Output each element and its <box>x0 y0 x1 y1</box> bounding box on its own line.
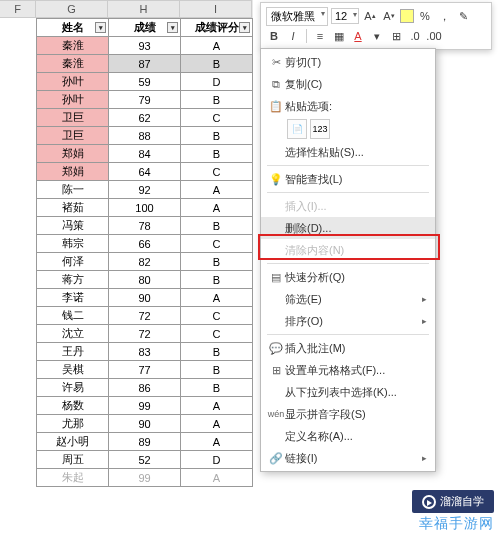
header-grade[interactable]: 成绩评分▾ <box>181 19 253 37</box>
cell[interactable]: B <box>181 145 253 163</box>
cell[interactable]: 钱二 <box>37 307 109 325</box>
menu-smart-lookup[interactable]: 💡智能查找(L) <box>261 168 435 190</box>
cell[interactable]: 秦淮 <box>37 55 109 73</box>
menu-pinyin[interactable]: wén显示拼音字段(S) <box>261 403 435 425</box>
cell[interactable]: 78 <box>109 217 181 235</box>
cell[interactable]: 86 <box>109 379 181 397</box>
table-row[interactable]: 杨数99A <box>37 397 253 415</box>
cell[interactable]: 72 <box>109 307 181 325</box>
cell[interactable]: C <box>181 235 253 253</box>
filter-icon[interactable]: ▾ <box>167 22 178 33</box>
header-score[interactable]: 成绩▾ <box>109 19 181 37</box>
mini-toolbar[interactable]: 微软雅黑 12 A▴ A▾ % ， ✎ B I ≡ ▦ A ▾ ⊞ .0 .00 <box>260 2 492 50</box>
cell[interactable]: 孙叶 <box>37 91 109 109</box>
bold-button[interactable]: B <box>266 28 282 44</box>
cell[interactable]: 褚茹 <box>37 199 109 217</box>
cell[interactable]: 韩宗 <box>37 235 109 253</box>
col-F[interactable]: F <box>0 0 36 18</box>
cell[interactable]: C <box>181 325 253 343</box>
table-row[interactable]: 王丹83B <box>37 343 253 361</box>
font-size-select[interactable]: 12 <box>331 8 359 24</box>
menu-dropdown-pick[interactable]: 从下拉列表中选择(K)... <box>261 381 435 403</box>
cell[interactable]: 赵小明 <box>37 433 109 451</box>
cell[interactable]: B <box>181 127 253 145</box>
cell[interactable]: A <box>181 415 253 433</box>
format-painter-icon[interactable]: ✎ <box>455 8 471 24</box>
cell[interactable]: 尤那 <box>37 415 109 433</box>
cell[interactable]: 64 <box>109 163 181 181</box>
table-row[interactable]: 褚茹100A <box>37 199 253 217</box>
table-row[interactable]: 卫巨62C <box>37 109 253 127</box>
cell[interactable]: 陈一 <box>37 181 109 199</box>
table-row[interactable]: 尤那90A <box>37 415 253 433</box>
context-menu[interactable]: ✂剪切(T) ⧉复制(C) 📋粘贴选项: 📄 123 选择性粘贴(S)... 💡… <box>260 48 436 472</box>
table-row[interactable]: 何泽82B <box>37 253 253 271</box>
cell[interactable]: 卫巨 <box>37 127 109 145</box>
cell[interactable]: 90 <box>109 289 181 307</box>
cell[interactable]: 72 <box>109 325 181 343</box>
table-row[interactable]: 钱二72C <box>37 307 253 325</box>
table-row[interactable]: 卫巨88B <box>37 127 253 145</box>
menu-delete[interactable]: 删除(D)... <box>261 217 435 239</box>
align-icon[interactable]: ≡ <box>312 28 328 44</box>
table-row[interactable]: 赵小明89A <box>37 433 253 451</box>
cell[interactable]: 84 <box>109 145 181 163</box>
table-row[interactable]: 李诺90A <box>37 289 253 307</box>
table-row[interactable]: 许易86B <box>37 379 253 397</box>
cell[interactable]: 杨数 <box>37 397 109 415</box>
cell[interactable]: 周五 <box>37 451 109 469</box>
cell[interactable]: A <box>181 289 253 307</box>
cell[interactable]: 82 <box>109 253 181 271</box>
cell[interactable]: 100 <box>109 199 181 217</box>
cell[interactable]: 83 <box>109 343 181 361</box>
cell[interactable]: 蒋方 <box>37 271 109 289</box>
fill-color-swatch[interactable] <box>400 9 414 23</box>
menu-format-cells[interactable]: ⊞设置单元格格式(F)... <box>261 359 435 381</box>
cell[interactable]: 52 <box>109 451 181 469</box>
cell[interactable]: 92 <box>109 181 181 199</box>
cell[interactable]: 90 <box>109 415 181 433</box>
table-row[interactable]: 吴棋77B <box>37 361 253 379</box>
cell[interactable]: A <box>181 469 253 487</box>
cell[interactable]: 99 <box>109 397 181 415</box>
table-row[interactable]: 郑娟64C <box>37 163 253 181</box>
cell[interactable]: C <box>181 307 253 325</box>
percent-icon[interactable]: % <box>417 8 433 24</box>
cell[interactable]: 66 <box>109 235 181 253</box>
cell[interactable]: 80 <box>109 271 181 289</box>
cell[interactable]: A <box>181 199 253 217</box>
menu-cut[interactable]: ✂剪切(T) <box>261 51 435 73</box>
cell[interactable]: 沈立 <box>37 325 109 343</box>
borders-icon[interactable]: ▦ <box>331 28 347 44</box>
cell[interactable]: 朱起 <box>37 469 109 487</box>
cell[interactable]: 89 <box>109 433 181 451</box>
cell[interactable]: C <box>181 163 253 181</box>
filter-icon[interactable]: ▾ <box>239 22 250 33</box>
paste-default-icon[interactable]: 📄 <box>287 119 307 139</box>
cell[interactable]: 王丹 <box>37 343 109 361</box>
cell[interactable]: B <box>181 361 253 379</box>
cell[interactable]: 郑娟 <box>37 145 109 163</box>
cell[interactable]: 88 <box>109 127 181 145</box>
cell[interactable]: 93 <box>109 37 181 55</box>
fill-color-icon[interactable]: ▾ <box>369 28 385 44</box>
decimal-inc-icon[interactable]: .0 <box>407 28 423 44</box>
cell[interactable]: B <box>181 253 253 271</box>
cell[interactable]: 62 <box>109 109 181 127</box>
cell[interactable]: B <box>181 217 253 235</box>
cell[interactable]: 许易 <box>37 379 109 397</box>
cell[interactable]: 77 <box>109 361 181 379</box>
table-row[interactable]: 陈一92A <box>37 181 253 199</box>
menu-insert[interactable]: 插入(I)... <box>261 195 435 217</box>
menu-insert-comment[interactable]: 💬插入批注(M) <box>261 337 435 359</box>
cell[interactable]: 59 <box>109 73 181 91</box>
decrease-font-icon[interactable]: A▾ <box>381 8 397 24</box>
cell[interactable]: B <box>181 343 253 361</box>
menu-sort[interactable]: 排序(O)▸ <box>261 310 435 332</box>
table-row[interactable]: 朱起99A <box>37 469 253 487</box>
comma-icon[interactable]: ， <box>436 8 452 24</box>
table-row[interactable]: 秦淮93A <box>37 37 253 55</box>
cell[interactable]: 吴棋 <box>37 361 109 379</box>
table-row[interactable]: 蒋方80B <box>37 271 253 289</box>
cell[interactable]: 卫巨 <box>37 109 109 127</box>
